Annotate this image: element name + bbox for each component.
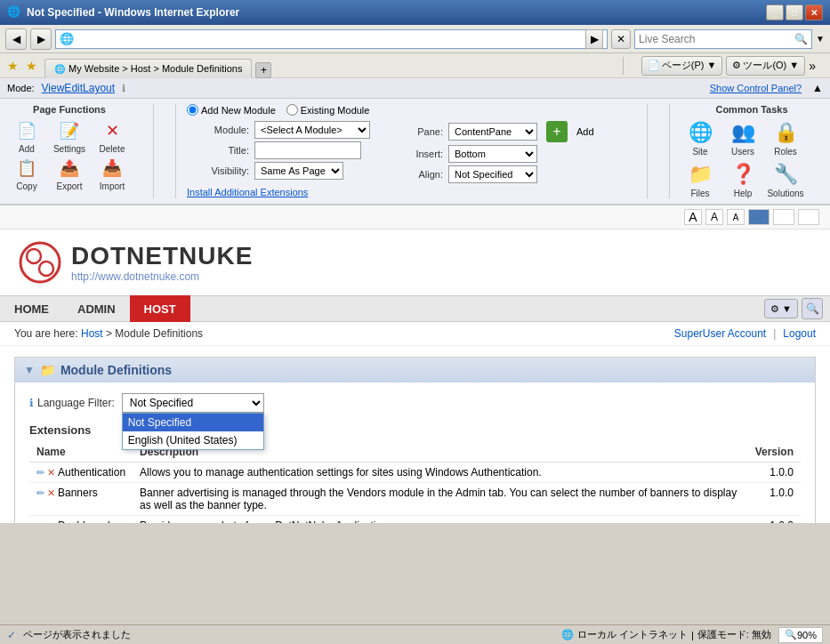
nav-admin[interactable]: ADMIN: [63, 295, 130, 322]
minimize-button[interactable]: _: [766, 4, 784, 20]
page-icon: 📄: [648, 60, 660, 71]
medium-text-button[interactable]: A: [705, 209, 723, 225]
breadcrumb-separator: >: [106, 327, 115, 340]
superuser-account-link[interactable]: SuperUser Account: [674, 327, 766, 340]
panel-toggle-icon[interactable]: ▼: [24, 364, 35, 376]
solutions-icon: 🔧: [771, 160, 800, 189]
separator: |: [691, 630, 694, 640]
site-button[interactable]: 🌐 Site: [681, 118, 720, 157]
logout-link[interactable]: Logout: [783, 327, 816, 340]
nav-tool-dropdown[interactable]: ⚙ ▼: [764, 299, 798, 318]
maximize-button[interactable]: □: [786, 4, 803, 20]
more-button[interactable]: »: [809, 59, 816, 73]
edit-icon[interactable]: ✏: [36, 520, 44, 524]
edit-icon[interactable]: ✏: [36, 467, 44, 479]
help-button[interactable]: ❓ Help: [723, 160, 762, 198]
delete-icon[interactable]: ✕: [47, 487, 55, 499]
delete-button[interactable]: ✕ Delete: [93, 118, 132, 154]
refresh-button[interactable]: ✕: [611, 29, 631, 49]
existing-input[interactable]: [286, 104, 298, 116]
delete-icon[interactable]: ✕: [47, 467, 55, 479]
module-label: Module:: [187, 125, 249, 135]
zone-info: 🌐 ローカル イントラネット | 保護モード: 無効: [561, 628, 771, 641]
logo-url[interactable]: http://www.dotnetnuke.com: [71, 270, 253, 283]
existing-label: Existing Module: [301, 105, 370, 116]
view-button-1[interactable]: [748, 209, 770, 225]
search-dropdown-icon[interactable]: ▼: [816, 34, 825, 44]
existing-radio[interactable]: Existing Module: [286, 104, 370, 116]
close-cp-icon[interactable]: ▲: [812, 82, 823, 94]
add-icon: 📄: [14, 118, 39, 143]
mode-link[interactable]: ViewEditLayout: [42, 82, 116, 94]
align-select[interactable]: Not Specified: [448, 165, 537, 183]
insert-select[interactable]: Bottom: [448, 145, 537, 163]
nav-host[interactable]: HOST: [130, 295, 190, 322]
nav-search-icon[interactable]: 🔍: [802, 298, 823, 319]
panel-header[interactable]: ▼ 📁 Module Definitions: [15, 358, 815, 382]
close-button[interactable]: ✕: [805, 4, 823, 20]
add-page-button[interactable]: 📄 Add: [7, 118, 46, 154]
module-select[interactable]: <Select A Module>: [254, 121, 370, 139]
visibility-select[interactable]: Same As Page: [254, 162, 343, 180]
search-submit-icon[interactable]: 🔍: [794, 33, 808, 45]
install-extensions-link[interactable]: Install Additional Extensions: [187, 187, 308, 197]
title-input[interactable]: [254, 141, 361, 159]
view-button-2[interactable]: [773, 209, 794, 225]
search-options[interactable]: ▼: [816, 34, 825, 44]
nav-home[interactable]: HOME: [0, 295, 63, 322]
settings-button[interactable]: 📝 Settings: [50, 118, 89, 154]
back-button[interactable]: ◀: [5, 28, 27, 50]
add-new-radio[interactable]: Add New Module: [187, 104, 276, 116]
go-button[interactable]: ▶: [585, 29, 603, 49]
copy-button[interactable]: 📋 Copy: [7, 156, 46, 191]
zoom-level: 90%: [797, 630, 817, 640]
favorites-star-icon[interactable]: ★: [7, 59, 19, 73]
address-input[interactable]: http://localhost/tabid/18/portalid/0/Def…: [77, 33, 585, 45]
search-input[interactable]: [639, 33, 794, 45]
panel-separator-1: [153, 104, 154, 198]
add-label-text: Add: [576, 126, 594, 137]
copy-label: Copy: [16, 181, 36, 191]
address-bar[interactable]: 🌐 http://localhost/tabid/18/portalid/0/D…: [55, 29, 608, 49]
tools-menu-button[interactable]: ⚙ ツール(O) ▼: [726, 56, 805, 76]
users-label: Users: [731, 147, 754, 157]
roles-button[interactable]: 🔒 Roles: [766, 118, 805, 157]
delete-icon[interactable]: ✕: [47, 520, 55, 524]
edit-icon[interactable]: ✏: [36, 487, 44, 499]
export-button[interactable]: 📤 Export: [50, 156, 89, 191]
status-check-icon: ✓: [7, 629, 16, 641]
dropdown-item-english[interactable]: English (United States): [123, 431, 263, 449]
search-box[interactable]: 🔍: [634, 29, 812, 49]
zone-icon: 🌐: [561, 629, 574, 640]
language-filter-select[interactable]: Not Specified English (United States): [122, 393, 264, 413]
small-text-button[interactable]: A: [727, 209, 745, 225]
solutions-button[interactable]: 🔧 Solutions: [766, 160, 805, 198]
page-menu-button[interactable]: 📄 ページ(P) ▼: [641, 56, 723, 76]
window-title: Not Specified - Windows Internet Explore…: [27, 6, 766, 19]
page-functions-section: Page Functions 📄 Add 📝 Settings ✕ Delete: [7, 104, 132, 198]
import-button[interactable]: 📥 Import: [93, 156, 132, 191]
roles-icon: 🔒: [771, 118, 800, 147]
show-cp-label[interactable]: Show Control Panel?: [710, 83, 802, 93]
language-dropdown-overlay: Not Specified English (United States): [122, 413, 264, 450]
view-button-3[interactable]: [798, 209, 819, 225]
pane-select[interactable]: ContentPane: [448, 123, 537, 141]
new-tab-button[interactable]: +: [255, 62, 271, 78]
favorites-add-icon[interactable]: ★: [26, 59, 37, 73]
main-navigation: HOME ADMIN HOST ⚙ ▼ 🔍: [0, 295, 830, 322]
active-tab[interactable]: 🌐 My Website > Host > Module Definitions: [44, 59, 252, 78]
add-new-input[interactable]: [187, 104, 198, 116]
ext-name-label: Authentication: [58, 466, 125, 479]
zoom-info[interactable]: 🔍 90%: [778, 627, 823, 643]
dropdown-item-not-specified[interactable]: Not Specified: [123, 414, 263, 431]
files-button[interactable]: 📁 Files: [681, 160, 720, 198]
users-button[interactable]: 👥 Users: [723, 118, 762, 157]
add-module-button[interactable]: +: [546, 121, 568, 142]
forward-button[interactable]: ▶: [30, 28, 52, 50]
breadcrumb-host-link[interactable]: Host: [81, 327, 103, 340]
large-text-button[interactable]: A: [684, 209, 702, 225]
logo-name: DOTNETNUKE: [71, 242, 253, 270]
settings-icon: 📝: [57, 118, 82, 143]
export-label: Export: [57, 181, 83, 191]
window-controls[interactable]: _ □ ✕: [766, 4, 823, 20]
